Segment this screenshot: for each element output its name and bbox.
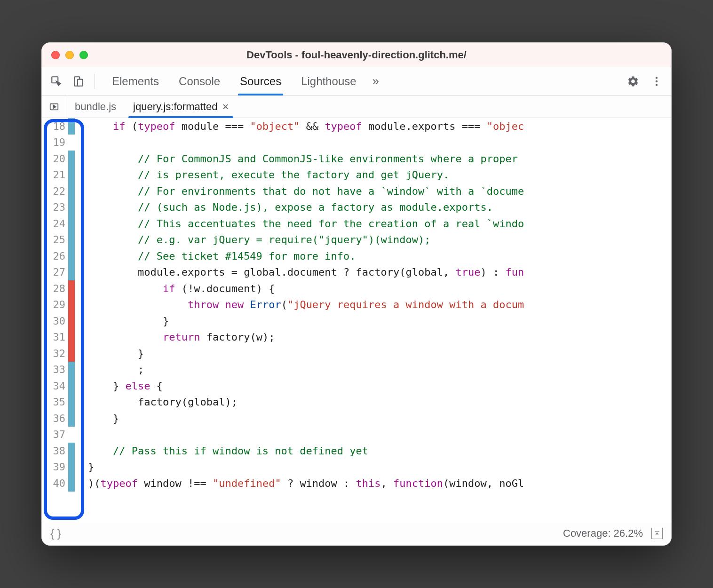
gutter-line[interactable]: 29: [42, 297, 75, 313]
inspect-element-icon[interactable]: [48, 72, 65, 90]
coverage-marker: [68, 199, 75, 216]
coverage-marker: [68, 427, 75, 443]
coverage-marker: [68, 313, 75, 329]
gutter-line[interactable]: 33: [42, 362, 75, 378]
device-toolbar-icon[interactable]: [69, 72, 87, 90]
code-line[interactable]: }: [88, 410, 671, 427]
titlebar: DevTools - foul-heavenly-direction.glitc…: [42, 43, 671, 67]
more-tabs-icon[interactable]: »: [367, 74, 385, 88]
gutter-line[interactable]: 25: [42, 232, 75, 248]
file-tab-bundle[interactable]: bundle.js: [66, 95, 125, 118]
gutter-line[interactable]: 40: [42, 475, 75, 492]
tab-lighthouse[interactable]: Lighthouse: [292, 67, 365, 95]
gutter-line[interactable]: 36: [42, 410, 75, 427]
code-line[interactable]: [88, 135, 671, 151]
code-line[interactable]: throw new Error("jQuery requires a windo…: [88, 297, 671, 313]
line-number: 20: [42, 153, 68, 165]
gutter-line[interactable]: 38: [42, 443, 75, 459]
line-number: 37: [42, 429, 68, 440]
tab-label: Console: [179, 75, 220, 88]
code-line[interactable]: )(typeof window !== "undefined" ? window…: [88, 475, 671, 492]
window-title: DevTools - foul-heavenly-direction.glitc…: [246, 49, 467, 61]
code-line[interactable]: // See ticket #14549 for more info.: [88, 248, 671, 264]
svg-rect-2: [78, 79, 83, 86]
tab-label: Sources: [240, 75, 281, 88]
code-line[interactable]: // For CommonJS and CommonJS-like enviro…: [88, 151, 671, 167]
code-line[interactable]: if (!w.document) {: [88, 280, 671, 297]
gear-icon[interactable]: [624, 72, 642, 90]
code-line[interactable]: // e.g. var jQuery = require("jquery")(w…: [88, 232, 671, 248]
gutter-line[interactable]: 23: [42, 199, 75, 216]
gutter-line[interactable]: 27: [42, 264, 75, 281]
window-minimize-button[interactable]: [65, 51, 74, 59]
gutter-line[interactable]: 22: [42, 183, 75, 199]
coverage-marker: [68, 459, 75, 476]
code-line[interactable]: factory(global);: [88, 394, 671, 411]
line-number: 21: [42, 169, 68, 181]
line-number: 29: [42, 299, 68, 310]
line-number: 35: [42, 396, 68, 408]
close-icon[interactable]: ×: [222, 101, 229, 112]
coverage-marker: [68, 297, 75, 313]
tab-sources[interactable]: Sources: [230, 67, 291, 95]
tab-elements[interactable]: Elements: [103, 67, 168, 95]
gutter-line[interactable]: 32: [42, 345, 75, 362]
code-line[interactable]: // For environments that do not have a `…: [88, 183, 671, 199]
gutter-line[interactable]: 21: [42, 167, 75, 183]
code-line[interactable]: }: [88, 459, 671, 476]
coverage-label: Coverage: 26.2%: [563, 527, 643, 540]
code-line[interactable]: module.exports = global.document ? facto…: [88, 264, 671, 281]
gutter-line[interactable]: 37: [42, 427, 75, 443]
code-line[interactable]: ;: [88, 362, 671, 378]
gutter: 1819202122232425262728293031323334353637…: [42, 118, 75, 521]
gutter-line[interactable]: 24: [42, 215, 75, 232]
line-number: 26: [42, 250, 68, 262]
gutter-line[interactable]: 31: [42, 329, 75, 346]
code-line[interactable]: return factory(w);: [88, 329, 671, 346]
code-editor[interactable]: 1819202122232425262728293031323334353637…: [42, 118, 671, 521]
scroll-top-icon[interactable]: [651, 528, 663, 539]
gutter-line[interactable]: 28: [42, 280, 75, 297]
line-number: 32: [42, 348, 68, 359]
code-line[interactable]: }: [88, 313, 671, 329]
code-line[interactable]: // is present, execute the factory and g…: [88, 167, 671, 183]
code-line[interactable]: // (such as Node.js), expose a factory a…: [88, 199, 671, 216]
coverage-marker: [68, 264, 75, 281]
gutter-line[interactable]: 35: [42, 394, 75, 411]
code-line[interactable]: if (typeof module === "object" && typeof…: [88, 118, 671, 135]
tab-console[interactable]: Console: [169, 67, 230, 95]
line-number: 30: [42, 315, 68, 327]
coverage-marker: [68, 151, 75, 167]
coverage-marker: [68, 232, 75, 248]
code-line[interactable]: } else {: [88, 378, 671, 394]
file-tabs: bundle.js jquery.js:formatted ×: [66, 95, 237, 118]
line-number: 34: [42, 380, 68, 392]
line-number: 27: [42, 266, 68, 278]
gutter-line[interactable]: 34: [42, 378, 75, 394]
status-bar: { } Coverage: 26.2%: [42, 521, 671, 545]
line-number: 38: [42, 445, 68, 457]
pretty-print-icon[interactable]: { }: [50, 527, 61, 540]
window-close-button[interactable]: [51, 51, 60, 59]
gutter-line[interactable]: 26: [42, 248, 75, 264]
window-zoom-button[interactable]: [79, 51, 88, 59]
coverage-marker: [68, 362, 75, 378]
code-line[interactable]: // This accentuates the need for the cre…: [88, 215, 671, 232]
tab-label: Elements: [112, 75, 159, 88]
line-number: 24: [42, 218, 68, 230]
code-line[interactable]: [88, 427, 671, 443]
coverage-marker: [68, 183, 75, 199]
code-line[interactable]: // Pass this if window is not defined ye…: [88, 443, 671, 459]
file-tab-jquery-formatted[interactable]: jquery.js:formatted ×: [125, 95, 237, 118]
gutter-line[interactable]: 39: [42, 459, 75, 476]
navigator-toggle-icon[interactable]: [42, 95, 66, 118]
gutter-line[interactable]: 19: [42, 135, 75, 151]
kebab-menu-icon[interactable]: [648, 72, 665, 90]
gutter-line[interactable]: 18: [42, 118, 75, 135]
line-number: 39: [42, 461, 68, 473]
code-area[interactable]: if (typeof module === "object" && typeof…: [75, 118, 671, 521]
panel-tabs: Elements Console Sources Lighthouse »: [103, 67, 620, 95]
code-line[interactable]: }: [88, 345, 671, 362]
gutter-line[interactable]: 30: [42, 313, 75, 329]
gutter-line[interactable]: 20: [42, 151, 75, 167]
